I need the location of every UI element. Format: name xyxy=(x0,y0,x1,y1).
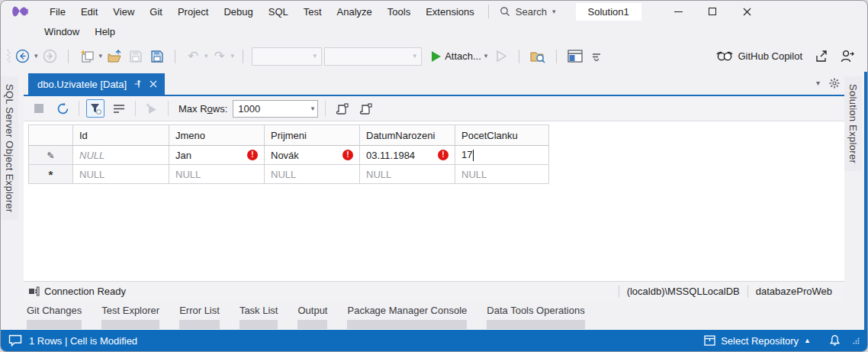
panel-tab-test-explorer[interactable]: Test Explorer xyxy=(94,302,167,329)
start-debug-button[interactable]: Attach... ▾ xyxy=(429,47,490,66)
undo-caret-icon[interactable]: ▾ xyxy=(204,53,208,60)
sql-server-object-explorer-tab[interactable]: SQL Server Object Explorer xyxy=(1,76,18,220)
open-file-button[interactable] xyxy=(104,47,124,66)
start-without-debug-button[interactable] xyxy=(492,47,510,66)
send-feedback-button[interactable] xyxy=(838,47,857,66)
cell-prijmeni[interactable]: Novák! xyxy=(265,146,360,165)
script-scroll-icon xyxy=(336,103,349,115)
row-header-new[interactable]: * xyxy=(29,165,73,184)
menu-edit[interactable]: Edit xyxy=(73,1,105,22)
find-in-files-button[interactable] xyxy=(528,47,548,66)
panel-tab-body xyxy=(347,320,467,329)
row-header-editing[interactable]: ✎ xyxy=(29,146,73,165)
cell-pocetclanku[interactable]: NULL xyxy=(455,165,549,184)
maximize-button[interactable] xyxy=(696,1,730,22)
navigate-back-button[interactable] xyxy=(13,47,32,66)
menu-sql[interactable]: SQL xyxy=(261,1,296,22)
panel-tab-output[interactable]: Output xyxy=(290,302,335,329)
cell-datumnarozeni[interactable]: 03.11.1984! xyxy=(360,146,455,165)
cell-id[interactable]: NULL xyxy=(73,146,169,165)
script-to-file-button[interactable] xyxy=(356,99,375,118)
select-repository-button[interactable]: Select Repository ▲ xyxy=(698,330,817,351)
share-button[interactable] xyxy=(812,47,831,66)
cell-id[interactable]: NULL xyxy=(73,165,169,184)
redo-button[interactable]: ↷ xyxy=(211,47,229,66)
toolbar-overflow-button[interactable] xyxy=(587,47,606,66)
panel-tab-git-changes[interactable]: Git Changes xyxy=(19,302,89,329)
toolbar-grip[interactable] xyxy=(7,49,11,64)
pin-tab-button[interactable] xyxy=(133,79,143,89)
corner-header-cell[interactable] xyxy=(29,125,73,146)
menu-tools[interactable]: Tools xyxy=(380,1,418,22)
navigate-forward-button[interactable] xyxy=(40,47,59,66)
max-rows-combobox[interactable]: ▾ xyxy=(233,100,318,118)
stop-icon xyxy=(34,104,43,113)
minimize-button[interactable] xyxy=(661,1,696,22)
resize-grip[interactable] xyxy=(853,337,860,344)
configuration-dropdown[interactable]: ▾ xyxy=(252,47,322,66)
tab-options-gear-icon[interactable] xyxy=(829,78,840,89)
browser-preview-button[interactable] xyxy=(565,47,585,66)
cell-jmeno[interactable]: Jan! xyxy=(169,146,265,165)
menu-extensions[interactable]: Extensions xyxy=(418,1,482,22)
document-tabstrip: dbo.Uzivatele [Data] ▾ xyxy=(24,72,844,96)
new-project-button[interactable] xyxy=(77,47,97,66)
column-header-id[interactable]: Id xyxy=(73,125,169,146)
column-header-datumnarozeni[interactable]: DatumNarozeni xyxy=(360,125,455,146)
menu-file[interactable]: File xyxy=(42,1,73,22)
database-name[interactable]: databazeProWeb xyxy=(747,286,840,298)
max-rows-input[interactable] xyxy=(238,103,310,115)
menu-git[interactable]: Git xyxy=(142,1,170,22)
refresh-button[interactable] xyxy=(53,99,72,118)
menu-help[interactable]: Help xyxy=(87,22,123,40)
new-item-caret-icon[interactable]: ▾ xyxy=(99,53,103,60)
cell-prijmeni[interactable]: NULL xyxy=(265,165,360,184)
menu-project[interactable]: Project xyxy=(170,1,216,22)
cell-datumnarozeni[interactable]: NULL xyxy=(360,165,455,184)
panel-tab-package-manager-console[interactable]: Package Manager Console xyxy=(339,302,474,329)
save-all-button[interactable] xyxy=(147,47,166,66)
panel-tab-error-list[interactable]: Error List xyxy=(172,302,227,329)
redo-caret-icon[interactable]: ▾ xyxy=(231,53,235,60)
back-history-caret-icon[interactable]: ▾ xyxy=(34,53,38,60)
feedback-bubble-icon[interactable] xyxy=(8,334,22,347)
panel-tab-data-tools-operations[interactable]: Data Tools Operations xyxy=(479,302,592,329)
overflow-chevron-icon xyxy=(592,52,601,61)
undo-button[interactable]: ↶ xyxy=(184,47,202,66)
column-header-jmeno[interactable]: Jmeno xyxy=(169,125,265,146)
connection-status-text: Connection Ready xyxy=(44,286,126,297)
solution-name-badge[interactable]: Solution1 xyxy=(576,3,641,21)
menu-view[interactable]: View xyxy=(105,1,142,22)
cell-pocetclanku-editing[interactable]: 17 xyxy=(455,146,549,165)
menu-debug[interactable]: Debug xyxy=(216,1,260,22)
close-tab-button[interactable] xyxy=(149,80,157,88)
script-button[interactable] xyxy=(333,99,351,118)
search-control[interactable]: Search ▾ xyxy=(500,6,556,18)
notifications-button[interactable] xyxy=(823,330,847,351)
cell-jmeno[interactable]: NULL xyxy=(169,165,265,184)
menu-analyze[interactable]: Analyze xyxy=(330,1,380,22)
feedback-person-icon xyxy=(841,50,854,63)
github-copilot-button[interactable]: GitHub Copilot xyxy=(714,47,805,66)
platform-dropdown[interactable]: ▾ xyxy=(324,47,422,66)
menu-test[interactable]: Test xyxy=(296,1,330,22)
pencil-edit-icon: ✎ xyxy=(47,150,54,161)
max-rows-caret-icon[interactable]: ▾ xyxy=(311,105,315,112)
toolbar-separator xyxy=(168,101,169,116)
panel-tab-task-list[interactable]: Task List xyxy=(232,302,286,329)
tab-dbo-uzivatele-data[interactable]: dbo.Uzivatele [Data] xyxy=(28,73,165,95)
column-header-pocetclanku[interactable]: PocetClanku xyxy=(455,125,549,146)
filter-button[interactable] xyxy=(86,99,104,118)
solution-explorer-tab[interactable]: Solution Explorer xyxy=(844,76,862,171)
sort-button[interactable] xyxy=(110,99,128,118)
panel-tab-body xyxy=(487,320,584,329)
script-scroll-file-icon xyxy=(359,103,372,115)
tab-list-caret-icon[interactable]: ▾ xyxy=(816,79,820,87)
server-name[interactable]: (localdb)\MSSQLLocalDB xyxy=(619,286,747,298)
close-button[interactable] xyxy=(730,1,764,22)
menu-window[interactable]: Window xyxy=(37,22,87,40)
column-header-prijmeni[interactable]: Prijmeni xyxy=(265,125,360,146)
save-button[interactable] xyxy=(127,47,145,66)
stop-query-button[interactable] xyxy=(30,99,48,118)
script-changes-button[interactable] xyxy=(143,99,161,118)
